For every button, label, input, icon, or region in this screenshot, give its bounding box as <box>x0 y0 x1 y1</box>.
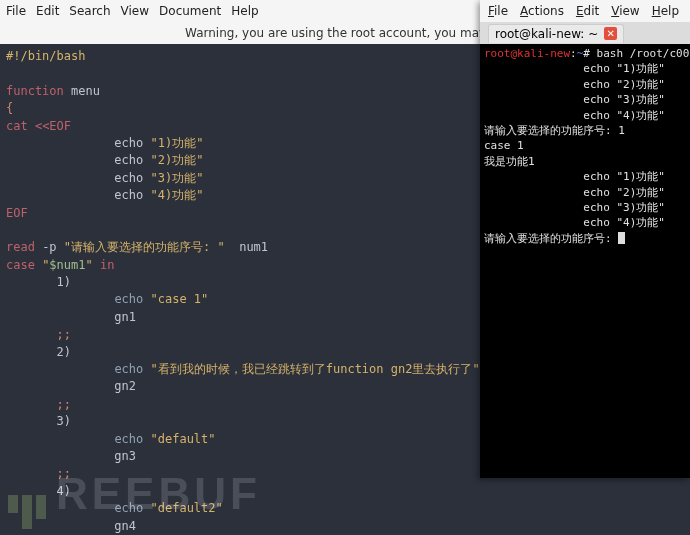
kw-read: read <box>6 240 35 254</box>
term-menu-actions[interactable]: Actions <box>520 4 564 18</box>
kw-echo: echo <box>114 292 143 306</box>
term-line: 请输入要选择的功能序号: <box>484 232 618 245</box>
call: gn3 <box>6 449 136 463</box>
kw-echo: echo <box>114 362 143 376</box>
string: "default" <box>143 432 215 446</box>
term-line: echo "3)功能" <box>484 93 665 106</box>
warning-text: Warning, you are using the root account,… <box>185 26 505 40</box>
menu-view[interactable]: View <box>121 4 149 18</box>
string: "4)功能" <box>151 188 204 202</box>
cursor <box>618 232 625 244</box>
kw-echo: echo <box>114 501 143 515</box>
flag: -p <box>35 240 64 254</box>
terminal-tabbar: root@kali-new: ~ ✕ <box>480 22 690 44</box>
prompt-sep: : <box>570 47 577 60</box>
indent <box>6 501 114 515</box>
term-line: echo "2)功能" <box>484 78 665 91</box>
prompt-hash: # <box>583 47 596 60</box>
case-label: 3) <box>6 414 71 428</box>
case-end: ;; <box>6 327 71 341</box>
kw-case: case <box>6 258 35 272</box>
string: "2)功能" <box>151 153 204 167</box>
term-line: echo "4)功能" <box>484 216 665 229</box>
kw-function: function <box>6 84 64 98</box>
kw-echo: echo <box>114 432 143 446</box>
menu-file[interactable]: File <box>6 4 26 18</box>
term-line: 请输入要选择的功能序号: 1 <box>484 124 625 137</box>
menu-document[interactable]: Document <box>159 4 221 18</box>
call: gn2 <box>6 379 136 393</box>
eof: EOF <box>6 206 28 220</box>
case-end: ;; <box>6 397 71 411</box>
terminal-body[interactable]: root@kali-new:~# bash /root/c00.sh echo … <box>480 44 690 478</box>
call: gn1 <box>6 310 136 324</box>
indent <box>6 292 114 306</box>
indent <box>6 362 114 376</box>
kw-cat: cat <box>6 119 28 133</box>
call: gn4 <box>6 519 136 533</box>
string: "3)功能" <box>151 171 204 185</box>
term-line: echo "2)功能" <box>484 186 665 199</box>
term-line: case 1 <box>484 139 524 152</box>
terminal-tab[interactable]: root@kali-new: ~ ✕ <box>488 24 624 43</box>
echo-line: echo <box>6 136 151 150</box>
var-ref: $num1 <box>49 258 85 272</box>
quote: " <box>35 258 49 272</box>
command: bash /root/c00.sh <box>597 47 690 60</box>
var: num1 <box>232 240 268 254</box>
string: "default2" <box>143 501 222 515</box>
shebang: #!/bin/bash <box>6 49 85 63</box>
menu-search[interactable]: Search <box>69 4 110 18</box>
menu-help[interactable]: Help <box>231 4 258 18</box>
case-label: 2) <box>6 345 71 359</box>
string: "1)功能" <box>151 136 204 150</box>
indent <box>6 432 114 446</box>
echo-line: echo <box>6 171 151 185</box>
menu-edit[interactable]: Edit <box>36 4 59 18</box>
term-line: echo "3)功能" <box>484 201 665 214</box>
string: "case 1" <box>143 292 208 306</box>
term-menu-file[interactable]: File <box>488 4 508 18</box>
term-menu-help[interactable]: Help <box>652 4 679 18</box>
prompt-user: root@kali-new <box>484 47 570 60</box>
term-line: echo "1)功能" <box>484 170 665 183</box>
term-line: echo "1)功能" <box>484 62 665 75</box>
terminal-window[interactable]: File Actions Edit View Help root@kali-ne… <box>480 0 690 478</box>
term-menu-view[interactable]: View <box>611 4 639 18</box>
echo-line: echo <box>6 153 151 167</box>
close-icon[interactable]: ✕ <box>604 27 617 40</box>
echo-line: echo <box>6 188 151 202</box>
string: "请输入要选择的功能序号: " <box>64 240 232 254</box>
term-menu-edit[interactable]: Edit <box>576 4 599 18</box>
terminal-menubar: File Actions Edit View Help <box>480 0 690 22</box>
term-line: echo "4)功能" <box>484 109 665 122</box>
tab-title: root@kali-new: ~ <box>495 27 598 41</box>
case-end: ;; <box>6 466 71 480</box>
string: "看到我的时候，我已经跳转到了function gn2里去执行了" <box>143 362 479 376</box>
quote: " <box>85 258 92 272</box>
fn-name: menu <box>64 84 100 98</box>
term-line: 我是功能1 <box>484 155 535 168</box>
heredoc: <<EOF <box>28 119 71 133</box>
case-label: 1) <box>6 275 71 289</box>
case-label: 4) <box>6 484 71 498</box>
kw-in: in <box>93 258 115 272</box>
brace: { <box>6 101 13 115</box>
